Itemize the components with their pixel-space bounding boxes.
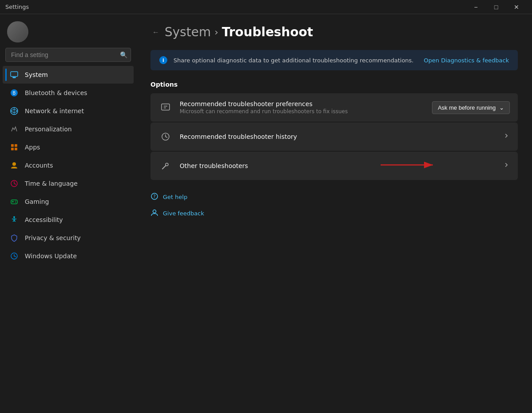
sidebar-item-label-system: System <box>25 71 48 78</box>
breadcrumb: ← System › Troubleshoot <box>150 25 518 39</box>
svg-rect-7 <box>11 144 14 147</box>
dropdown-value: Ask me before running <box>438 104 496 111</box>
get-help-icon: ? <box>150 192 158 202</box>
info-text: Share optional diagnostic data to get ad… <box>173 57 418 64</box>
sidebar-item-update[interactable]: Windows Update <box>3 247 134 265</box>
chevron-down-icon: ⌄ <box>499 104 504 111</box>
back-button[interactable]: ← <box>150 27 161 38</box>
sidebar-item-label-network: Network & internet <box>25 107 84 115</box>
options-list: Recommended troubleshooter preferencesMi… <box>150 93 518 180</box>
svg-point-19 <box>15 202 16 203</box>
accounts-icon <box>10 161 19 170</box>
avatar <box>7 21 28 42</box>
svg-point-11 <box>12 162 16 166</box>
other-troubleshooters-icon <box>158 159 173 173</box>
svg-line-28 <box>162 166 166 169</box>
svg-line-14 <box>14 184 16 184</box>
recommended-prefs-icon <box>158 100 173 115</box>
sidebar-item-label-personalization: Personalization <box>25 126 72 133</box>
sidebar-profile <box>0 14 136 48</box>
svg-rect-10 <box>15 148 17 150</box>
accessibility-icon <box>10 215 19 224</box>
other-troubleshooters-chevron-icon <box>503 161 510 170</box>
sidebar-item-label-time: Time & language <box>25 180 77 187</box>
sidebar: 🔍 SystemBBluetooth & devicesNetwork & in… <box>0 14 136 413</box>
footer-link-give-feedback[interactable]: Give feedback <box>150 207 518 220</box>
privacy-icon <box>10 233 19 242</box>
breadcrumb-parent: System <box>165 25 211 39</box>
titlebar-left: Settings <box>5 4 29 10</box>
footer-links: ?Get helpGive feedback <box>150 191 518 220</box>
open-diagnostics-link[interactable]: Open Diagnostics & feedback <box>424 57 509 64</box>
search-button[interactable]: 🔍 <box>120 51 127 58</box>
sidebar-item-label-gaming: Gaming <box>25 198 49 205</box>
time-icon <box>10 179 19 188</box>
recommended-prefs-dropdown[interactable]: Ask me before running⌄ <box>432 101 510 114</box>
option-row-recommended-prefs[interactable]: Recommended troubleshooter preferencesMi… <box>150 93 518 122</box>
svg-point-18 <box>15 201 16 202</box>
recommended-prefs-title: Recommended troubleshooter preferences <box>180 100 425 107</box>
sidebar-item-personalization[interactable]: Personalization <box>3 120 134 138</box>
svg-rect-9 <box>11 148 14 150</box>
footer-link-get-help[interactable]: ?Get help <box>150 191 518 203</box>
sidebar-item-apps[interactable]: Apps <box>3 138 134 156</box>
recommended-history-chevron-icon <box>503 132 510 141</box>
sidebar-item-accessibility[interactable]: Accessibility <box>3 211 134 229</box>
sidebar-item-time[interactable]: Time & language <box>3 175 134 192</box>
sidebar-item-system[interactable]: System <box>3 66 134 84</box>
nav-items: SystemBBluetooth & devicesNetwork & inte… <box>0 65 136 413</box>
give-feedback-icon <box>150 209 158 218</box>
give-feedback-label: Give feedback <box>163 210 204 217</box>
svg-point-32 <box>153 210 156 213</box>
search-box: 🔍 <box>5 48 131 62</box>
svg-text:?: ? <box>153 194 155 199</box>
get-help-label: Get help <box>163 194 187 200</box>
gaming-icon <box>10 197 19 206</box>
svg-point-20 <box>13 216 15 218</box>
info-banner: i Share optional diagnostic data to get … <box>150 50 518 70</box>
svg-text:B: B <box>13 91 16 96</box>
sidebar-item-label-update: Windows Update <box>25 252 77 260</box>
settings-title: Settings <box>5 4 29 10</box>
sidebar-item-gaming[interactable]: Gaming <box>3 193 134 210</box>
app-layout: 🔍 SystemBBluetooth & devicesNetwork & in… <box>0 14 532 413</box>
other-troubleshooters-title: Other troubleshooters <box>180 162 496 169</box>
option-row-recommended-history[interactable]: Recommended troubleshooter history <box>150 122 518 151</box>
sidebar-item-privacy[interactable]: Privacy & security <box>3 229 134 247</box>
svg-rect-23 <box>162 104 170 110</box>
recommended-history-content: Recommended troubleshooter history <box>180 133 496 140</box>
sidebar-item-label-apps: Apps <box>25 144 40 151</box>
sidebar-item-network[interactable]: Network & internet <box>3 102 134 120</box>
maximize-button[interactable]: □ <box>486 0 506 14</box>
titlebar-controls: − □ ✕ <box>466 0 527 14</box>
close-button[interactable]: ✕ <box>506 0 527 14</box>
breadcrumb-separator: › <box>214 27 218 38</box>
sidebar-item-label-accessibility: Accessibility <box>25 216 63 223</box>
option-row-other-troubleshooters[interactable]: Other troubleshooters <box>150 152 518 180</box>
sidebar-item-bluetooth[interactable]: BBluetooth & devices <box>3 84 134 102</box>
bluetooth-icon: B <box>10 88 19 97</box>
other-troubleshooters-content: Other troubleshooters <box>180 162 496 169</box>
recommended-prefs-content: Recommended troubleshooter preferencesMi… <box>180 100 425 115</box>
minimize-button[interactable]: − <box>466 0 486 14</box>
system-icon <box>10 70 19 79</box>
sidebar-item-label-bluetooth: Bluetooth & devices <box>25 89 87 96</box>
recommended-history-title: Recommended troubleshooter history <box>180 133 496 140</box>
svg-rect-0 <box>11 72 18 76</box>
breadcrumb-current: Troubleshoot <box>222 25 313 39</box>
apps-icon <box>10 143 19 152</box>
sidebar-item-accounts[interactable]: Accounts <box>3 157 134 174</box>
recommended-prefs-subtitle: Microsoft can recommend and run troubles… <box>180 108 425 115</box>
recommended-history-icon <box>158 130 173 144</box>
network-icon <box>10 107 19 115</box>
section-title: Options <box>150 81 518 88</box>
personalization-icon <box>10 125 19 134</box>
info-icon: i <box>159 56 167 64</box>
update-icon <box>10 252 19 260</box>
sidebar-item-label-privacy: Privacy & security <box>25 234 81 241</box>
svg-rect-8 <box>15 144 17 147</box>
search-input[interactable] <box>5 48 131 62</box>
main-content: ← System › Troubleshoot i Share optional… <box>136 14 532 413</box>
sidebar-item-label-accounts: Accounts <box>25 162 53 169</box>
titlebar: Settings − □ ✕ <box>0 0 532 14</box>
